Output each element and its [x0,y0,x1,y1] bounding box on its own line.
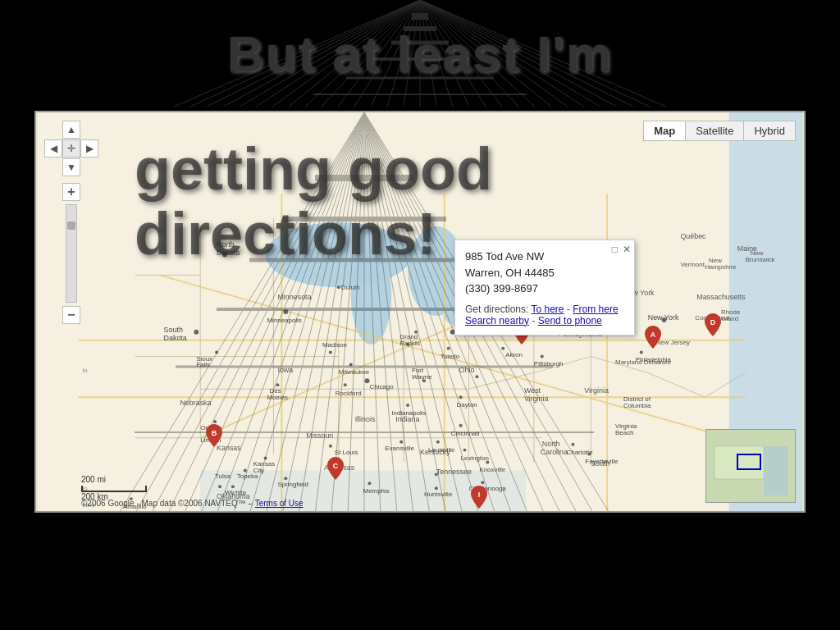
popup-close-button[interactable]: □ [612,244,618,255]
popup-expand-button[interactable]: ✕ [623,244,631,255]
svg-text:St Louis: St Louis [335,449,358,456]
to-here-link[interactable]: To here [532,304,564,315]
map-view-button[interactable]: Map [644,121,686,140]
scale-imperial: 200 mi [81,475,147,484]
svg-point-108 [344,383,347,386]
svg-point-147 [399,441,403,444]
satellite-view-button[interactable]: Satellite [686,121,744,140]
svg-text:Louisville: Louisville [428,446,455,454]
svg-point-137 [541,355,544,358]
scale-bar: 200 mi 200 km [81,475,147,501]
pan-up-button[interactable]: ▲ [62,121,80,139]
pin-d[interactable]: D [705,313,721,340]
svg-text:Toledo: Toledo [441,353,460,360]
svg-text:B: B [212,429,217,437]
svg-point-79 [215,351,218,354]
svg-text:Island: Island [721,315,738,322]
pin-c[interactable]: C [327,457,344,483]
copyright-text: ©2006 Google - Map data ©2006 NAVTEQ™ – [81,499,253,508]
svg-text:Carolina: Carolina [541,448,568,456]
svg-text:C: C [333,462,339,470]
svg-point-140 [436,441,440,444]
pan-center-button[interactable]: ✛ [62,139,80,158]
pin-a[interactable]: A [645,326,661,352]
svg-text:Vermont: Vermont [680,261,705,268]
svg-text:Dayton: Dayton [457,401,477,409]
svg-text:Lexington: Lexington [461,454,489,462]
map-type-selector: Map Satellite Hybrid [643,121,796,141]
svg-text:Columbia: Columbia [623,402,651,409]
svg-rect-253 [714,446,764,479]
svg-point-165 [571,443,574,446]
svg-point-122 [414,331,418,334]
svg-text:Memphis: Memphis [363,487,390,495]
svg-text:Knoxville: Knoxville [479,466,505,473]
svg-text:Tennessee: Tennessee [436,468,472,476]
overlay-line1: getting good [135,137,492,202]
svg-text:Duluth: Duluth [341,284,360,291]
svg-text:Springfield: Springfield [277,481,308,488]
svg-point-94 [284,477,287,480]
svg-point-154 [486,461,489,464]
pin-i[interactable]: I [471,486,487,512]
svg-point-151 [368,482,372,485]
svg-text:D: D [710,318,716,326]
pan-left-button[interactable]: ◀ [44,139,62,158]
svg-point-167 [587,453,591,456]
svg-point-90 [244,468,247,472]
svg-text:Madison: Madison [322,341,347,349]
svg-point-156 [481,481,484,484]
pan-right-button[interactable]: ▶ [80,139,98,158]
svg-point-87 [264,457,267,460]
svg-point-96 [329,445,332,448]
zoom-in-button[interactable]: + [62,183,80,201]
send-to-phone-link[interactable]: Send to phone [538,315,602,326]
svg-text:Evansville: Evansville [385,445,414,452]
address-line1: 985 Tod Ave NW [465,249,624,265]
phone-number: (330) 399-8697 [465,281,624,297]
svg-text:Milwaukee: Milwaukee [339,368,370,376]
from-here-link[interactable]: From here [573,304,618,315]
svg-point-73 [337,285,340,289]
svg-text:Philadelphia: Philadelphia [636,356,672,363]
svg-text:Pittsburgh: Pittsburgh [534,360,564,368]
svg-text:I: I [478,491,481,499]
mini-map-svg [706,430,796,503]
terms-of-use-link[interactable]: Terms of Use [255,499,304,508]
svg-text:Massachusetts: Massachusetts [696,293,746,301]
svg-point-83 [213,420,217,423]
svg-text:Topeka: Topeka [237,472,258,480]
svg-text:Hampshire: Hampshire [705,263,737,271]
svg-text:North: North [542,440,560,448]
address-line2: Warren, OH 44485 [465,265,624,281]
hybrid-view-button[interactable]: Hybrid [744,121,795,140]
svg-text:Dakota: Dakota [164,334,187,342]
svg-text:Virginia: Virginia [524,395,549,403]
pin-b[interactable]: B [206,424,222,450]
svg-text:Ohio: Ohio [459,366,475,374]
svg-text:Tulsa: Tulsa [215,472,231,480]
pan-down-button[interactable]: ▼ [62,158,80,176]
page-title: But at least I'm [227,25,614,83]
svg-point-142 [463,449,467,452]
svg-text:Missouri: Missouri [306,431,333,440]
svg-text:Iowa: Iowa [277,366,293,374]
svg-text:Minnesota: Minnesota [277,293,311,301]
svg-point-102 [283,309,288,314]
zoom-slider[interactable] [66,204,77,303]
svg-text:Rapids: Rapids [399,340,420,347]
svg-text:Cincinnati: Cincinnati [451,430,480,437]
svg-point-133 [459,395,463,399]
info-popup: □ ✕ 985 Tod Ave NW Warren, OH 44485 (330… [454,240,635,336]
search-nearby-link[interactable]: Search nearby [465,315,529,326]
svg-point-132 [475,375,478,378]
zoom-out-button[interactable]: − [62,306,80,324]
svg-point-126 [447,347,450,350]
map-container: North Dakota Duluth Minnesota South Dako… [34,111,806,513]
svg-text:Beach: Beach [615,429,633,436]
svg-point-106 [349,363,353,366]
svg-text:Brunswick: Brunswick [746,256,775,263]
svg-text:South: South [164,326,183,334]
svg-text:Huntsville: Huntsville [424,491,453,498]
svg-text:Nebraska: Nebraska [180,399,211,407]
